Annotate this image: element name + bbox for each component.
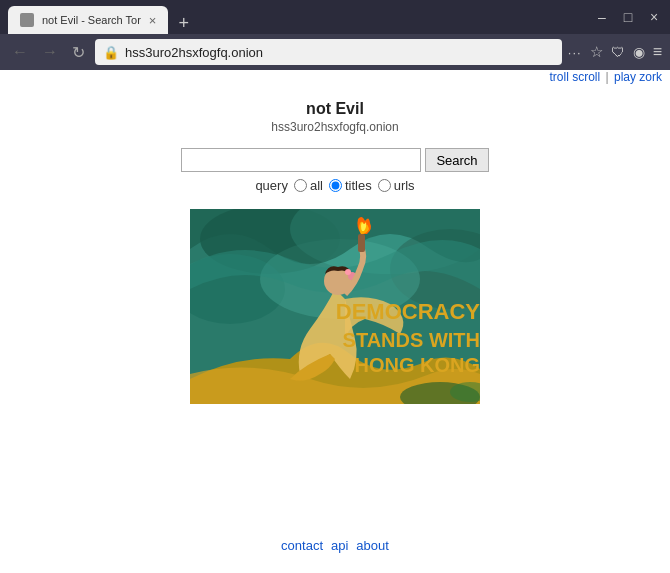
poster-svg: DEMOCRACY STANDS WITH HONG KONG — [190, 209, 480, 404]
urls-label: urls — [394, 178, 415, 193]
search-area: Search query all titles urls — [181, 148, 488, 193]
poster-text1: DEMOCRACY — [336, 299, 480, 324]
address-box[interactable]: 🔒 hss3uro2hsxfogfq.onion — [95, 39, 562, 65]
close-window-button[interactable]: × — [646, 9, 662, 25]
menu-icon[interactable]: ≡ — [653, 43, 662, 61]
contact-link[interactable]: contact — [281, 538, 323, 553]
about-link[interactable]: about — [356, 538, 389, 553]
poster-image: DEMOCRACY STANDS WITH HONG KONG — [190, 209, 480, 404]
query-label: query — [255, 178, 288, 193]
svg-rect-9 — [358, 234, 365, 252]
urls-radio[interactable] — [378, 179, 391, 192]
tab-close-button[interactable]: × — [149, 14, 157, 27]
urls-option[interactable]: urls — [378, 178, 415, 193]
profile-icon[interactable]: ◉ — [633, 44, 645, 60]
browser-frame: not Evil - Search Tor × + – □ × ← → ↻ 🔒 … — [0, 0, 670, 573]
tab-title: not Evil - Search Tor — [42, 14, 141, 26]
refresh-button[interactable]: ↻ — [68, 41, 89, 64]
link-separator: | — [606, 70, 609, 84]
browser-content: troll scroll | play zork not Evil hss3ur… — [0, 70, 670, 573]
shield-icon[interactable]: 🛡 — [611, 44, 625, 60]
star-icon[interactable]: ☆ — [590, 43, 603, 61]
page-footer: contact api about — [281, 538, 389, 553]
top-right-links: troll scroll | play zork — [549, 70, 662, 84]
minimize-button[interactable]: – — [594, 9, 610, 25]
svg-point-8 — [345, 269, 351, 275]
all-radio[interactable] — [294, 179, 307, 192]
address-url: hss3uro2hsxfogfq.onion — [125, 45, 263, 60]
page-wrapper: troll scroll | play zork not Evil hss3ur… — [0, 70, 670, 573]
maximize-button[interactable]: □ — [620, 9, 636, 25]
search-input[interactable] — [181, 148, 421, 172]
titles-radio[interactable] — [329, 179, 342, 192]
titles-label: titles — [345, 178, 372, 193]
radio-row: query all titles urls — [255, 178, 414, 193]
title-bar: not Evil - Search Tor × + – □ × — [0, 0, 670, 34]
back-button[interactable]: ← — [8, 41, 32, 63]
new-tab-button[interactable]: + — [172, 13, 195, 34]
forward-button[interactable]: → — [38, 41, 62, 63]
all-label: all — [310, 178, 323, 193]
tab-favicon — [20, 13, 34, 27]
search-row: Search — [181, 148, 488, 172]
lock-icon: 🔒 — [103, 45, 119, 60]
poster-text3: HONG KONG — [354, 354, 480, 376]
toolbar-right: ··· ☆ 🛡 ◉ ≡ — [568, 43, 662, 61]
troll-scroll-link[interactable]: troll scroll — [549, 70, 600, 84]
poster-text2: STANDS WITH — [343, 329, 480, 351]
titles-option[interactable]: titles — [329, 178, 372, 193]
play-zork-link[interactable]: play zork — [614, 70, 662, 84]
site-title: not Evil — [306, 100, 364, 118]
more-icon[interactable]: ··· — [568, 45, 582, 60]
browser-tab[interactable]: not Evil - Search Tor × — [8, 6, 168, 34]
tab-strip: not Evil - Search Tor × + — [8, 0, 588, 34]
api-link[interactable]: api — [331, 538, 348, 553]
site-subtitle: hss3uro2hsxfogfq.onion — [271, 120, 398, 134]
search-button[interactable]: Search — [425, 148, 488, 172]
window-controls: – □ × — [594, 9, 662, 25]
all-option[interactable]: all — [294, 178, 323, 193]
address-bar-row: ← → ↻ 🔒 hss3uro2hsxfogfq.onion ··· ☆ 🛡 ◉… — [0, 34, 670, 70]
